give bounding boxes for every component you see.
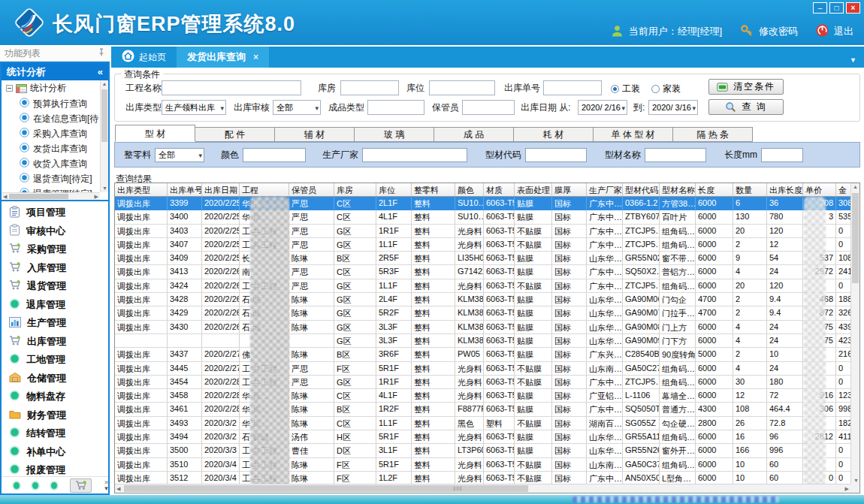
project-name-input[interactable] — [162, 80, 301, 95]
outbound-type-select[interactable]: 生产领料出库 — [162, 100, 226, 115]
tree-item[interactable]: 预算执行查询 — [2, 96, 108, 111]
grid-column-header[interactable]: 金 — [836, 183, 852, 196]
grid-column-header[interactable]: 库位 — [376, 183, 412, 196]
more-buttons-chevron[interactable]: »▾ — [104, 479, 108, 491]
close-button[interactable]: × — [846, 2, 860, 14]
footer-dot-button[interactable] — [14, 482, 20, 489]
module-item-项目管理[interactable]: 项目管理 — [2, 204, 108, 222]
grid-horizontal-scrollbar[interactable]: ◀⦀⦀⦀ ▶ — [115, 484, 850, 493]
module-item-报废管理[interactable]: 报废管理 — [2, 461, 108, 476]
table-row[interactable]: 调拨出库35102020/3/4工 共工程陈琳F区5R1F整料光身料6063-T… — [115, 458, 859, 472]
profile-name-input[interactable] — [645, 148, 706, 162]
tree-item[interactable]: 退货查询[待定] — [2, 171, 108, 186]
module-item-工地管理[interactable]: 工地管理 — [2, 351, 108, 370]
material-tab[interactable]: 辅 材 — [274, 127, 355, 142]
module-item-出库管理[interactable]: 出库管理 — [2, 333, 108, 352]
grid-column-header[interactable]: 保管员 — [289, 183, 334, 196]
date-from-select[interactable]: 2020/ 2/16 — [578, 100, 627, 115]
pin-icon[interactable] — [98, 45, 105, 62]
table-row[interactable]: 调拨出库34032020/2/25工 共工程严思G区1R1F整料光身料6063-… — [115, 225, 859, 238]
location-input[interactable] — [429, 80, 495, 95]
radio-jiazhuang[interactable]: 家装 — [651, 83, 681, 95]
minimize-button[interactable]: – — [813, 2, 827, 14]
grid-column-header[interactable]: 颜色 — [455, 183, 484, 196]
profile-code-input[interactable] — [525, 148, 587, 162]
table-row[interactable]: 调拨出库34092020/2/25长 …陈琳B区2R5F整料LI35H06063… — [115, 252, 859, 265]
module-item-仓储管理[interactable]: 仓储管理 — [2, 370, 108, 388]
tab-shipment-query[interactable]: 发货出库查询 × — [177, 47, 269, 68]
tab-close-icon[interactable]: × — [253, 52, 258, 62]
keeper-input[interactable] — [462, 100, 515, 115]
grid-column-header[interactable]: 表面处理 — [515, 183, 552, 196]
grid-column-header[interactable]: 库房 — [334, 183, 376, 196]
table-row[interactable]: 调拨出库34942020/3/2石 辉城汤伟H区5R1F整料光身料6063-T5… — [115, 430, 859, 444]
grid-column-header[interactable]: 膜厚 — [552, 183, 587, 196]
module-item-审核中心[interactable]: 审核中心 — [2, 222, 108, 241]
logout-link[interactable]: 退出 — [834, 25, 853, 38]
grid-column-header[interactable]: 数量 — [733, 183, 767, 196]
tab-overflow-chevron-icon[interactable]: ▼ — [850, 56, 856, 64]
grid-column-header[interactable]: 生产厂家 — [587, 183, 623, 196]
module-item-结转管理[interactable]: 结转管理 — [2, 424, 108, 443]
grid-column-header[interactable]: 型材代码 — [623, 183, 660, 196]
module-item-补单中心[interactable]: 补单中心 — [2, 443, 108, 462]
table-row[interactable]: 调拨出库34302020/2/26石 城陈琳G区3L3F整料KLM3817606… — [115, 321, 859, 334]
length-input[interactable] — [761, 148, 803, 162]
tree-item[interactable]: 在途信息查询[待 — [2, 111, 108, 126]
search-button[interactable]: 查 询 — [708, 99, 784, 115]
grid-column-header[interactable]: 材质 — [484, 183, 515, 196]
module-item-生产管理[interactable]: 生产管理 — [2, 314, 108, 333]
audit-select[interactable]: 全部 — [273, 100, 321, 115]
material-tab[interactable]: 玻 璃 — [354, 127, 434, 142]
change-password-link[interactable]: 修改密码 — [759, 25, 798, 38]
grid-column-header[interactable]: 工程 — [240, 183, 289, 196]
module-item-退库管理[interactable]: 退库管理 — [2, 296, 108, 315]
material-tab[interactable]: 型 材 — [115, 125, 195, 142]
material-tab[interactable]: 隔 热 条 — [672, 127, 753, 142]
grid-vertical-scrollbar[interactable]: ▲ ▼ — [850, 183, 859, 485]
table-row[interactable]: 调拨出库34072020/2/25工 共工程严思G区1L1F整料光身料6063-… — [115, 238, 859, 252]
table-row[interactable]: 调拨出库34612020/2/28华 原…陈琳B区1R2F整料F8877FT60… — [115, 403, 859, 416]
tree-item[interactable]: 采购入库查询 — [2, 126, 108, 141]
table-row[interactable]: 调拨出库34582020/2/28华 原…陈琳C区4L1F整料光身料6063-T… — [115, 389, 859, 403]
table-row[interactable]: 调拨出库35002020/3/3工 共工程曹佳D区3L1F整料LT3P60606… — [115, 444, 859, 457]
grid-column-header[interactable]: 出库长度 — [767, 183, 803, 196]
grid-column-header[interactable]: 整零料 — [412, 183, 455, 196]
radio-gongzhuang[interactable]: 工装 — [611, 83, 640, 95]
grid-column-header[interactable]: 型材名称 — [660, 183, 696, 196]
order-no-input[interactable] — [543, 80, 602, 95]
table-row[interactable]: 调拨出库34242020/2/26工 共工程严思G区1L1F整料光身料6063-… — [115, 279, 859, 293]
tree-item[interactable]: 发货出库查询 — [2, 141, 108, 156]
table-row[interactable]: 调拨出库34542020/2/28工 共工程严思G区1R1F整料光身料6063-… — [115, 376, 859, 389]
tree-item[interactable]: 收货入库查询 — [2, 156, 108, 171]
footer-dot-button[interactable] — [32, 482, 38, 489]
color-input[interactable] — [243, 148, 306, 162]
tree-vertical-scrollbar[interactable]: ▲ ▼ — [100, 80, 108, 192]
table-row[interactable]: 调拨出库34282020/2/26石 城陈琳G区2L4F整料KLM3817606… — [115, 293, 859, 306]
table-row[interactable]: 调拨出库34452020/2/27工 共工程严思F区5R1F整料光身料6063-… — [115, 362, 859, 376]
module-item-财务管理[interactable]: 财务管理 — [2, 406, 108, 425]
table-row[interactable]: 调拨出库34002020/2/25华 原…严思C区4L1F整料SU10…6063… — [115, 210, 859, 224]
tree-root[interactable]: 统计分析 — [2, 80, 108, 96]
module-item-采购管理[interactable]: 采购管理 — [2, 240, 108, 259]
table-row[interactable]: 调拨出库33992020/2/25华 原…严思C区2L1F整料SU10…6063… — [115, 197, 859, 210]
footer-dot-button[interactable] — [51, 482, 57, 489]
material-tab[interactable]: 单 体 型 材 — [593, 127, 673, 142]
clear-conditions-button[interactable]: 清空条件 — [708, 79, 784, 95]
maximize-button[interactable]: □ — [829, 2, 844, 14]
sidebar-section-header[interactable]: 统计分析 « — [2, 63, 108, 80]
grid-column-header[interactable]: 出库单号 — [168, 183, 202, 196]
module-item-退货管理[interactable]: 退货管理 — [2, 277, 108, 296]
grid-column-header[interactable]: 长度 — [696, 183, 733, 196]
factory-input[interactable] — [362, 148, 467, 162]
material-tab[interactable]: 成 品 — [434, 127, 514, 142]
tab-home[interactable]: 起始页 — [111, 47, 177, 68]
table-row[interactable]: G区3L3F整料KLM38176063-T5贴膜国标山东华…GA90M09.门下… — [115, 334, 859, 348]
grid-column-header[interactable]: 出库类型 — [115, 183, 168, 196]
footer-cart-button[interactable] — [70, 478, 92, 493]
tree-expander-icon[interactable] — [6, 85, 13, 92]
table-row[interactable]: 调拨出库34932020/3/2华 原…陈琳C区1L1F整料黑色塑料不贴膜国标湖… — [115, 417, 859, 430]
warehouse-input[interactable] — [340, 80, 399, 95]
collapse-icon[interactable]: « — [98, 63, 103, 80]
table-row[interactable]: 调拨出库34292020/2/26石 城陈琳G区5R2F整料KLM3817606… — [115, 306, 859, 320]
